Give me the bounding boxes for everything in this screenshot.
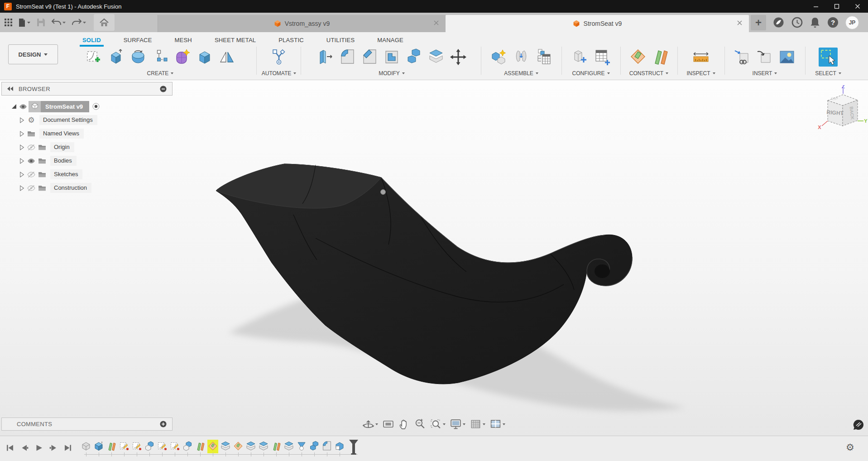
browser-item-named-views[interactable]: Named Views — [1, 127, 173, 140]
chevron-down-icon[interactable] — [503, 423, 505, 427]
view-cube[interactable]: TOP RIGHT BACK Z Y X — [814, 85, 868, 136]
ribbon-tab-solid[interactable]: SOLID — [82, 35, 102, 45]
timeline-feature-split-slab[interactable] — [220, 440, 231, 453]
visibility-eye-icon[interactable] — [18, 104, 29, 110]
combine-button[interactable] — [404, 47, 424, 67]
minimize-button[interactable] — [806, 0, 826, 13]
extensions-button[interactable] — [772, 16, 785, 29]
visibility-eye-icon[interactable] — [26, 158, 37, 164]
add-comment-icon[interactable] — [160, 421, 167, 427]
timeline-feature-two-boxes[interactable] — [182, 440, 193, 453]
timeline-feature-plane-pair[interactable] — [106, 440, 117, 453]
browser-item-construction[interactable]: Construction — [1, 181, 173, 195]
browser-header[interactable]: BROWSER — [1, 82, 173, 96]
fillet-button[interactable] — [337, 47, 357, 67]
zoom-window-button[interactable] — [429, 418, 446, 431]
measure-button[interactable] — [691, 47, 711, 67]
ribbon-tab-utilities[interactable]: UTILITIES — [326, 35, 355, 45]
file-menu-button[interactable] — [18, 18, 31, 27]
sweep-button[interactable] — [150, 47, 170, 67]
redo-button[interactable] — [72, 19, 86, 27]
timeline-feature-box-face[interactable] — [334, 440, 345, 453]
expand-arrow-icon[interactable] — [19, 117, 26, 123]
comments-bar[interactable]: COMMENTS — [1, 418, 173, 431]
tab-close-button[interactable] — [737, 20, 743, 26]
display-settings-button[interactable] — [449, 418, 466, 431]
timeline-position-marker[interactable] — [348, 439, 360, 455]
job-status-button[interactable] — [791, 16, 803, 29]
group-dropdown-insert[interactable]: INSERT — [753, 70, 777, 77]
box-primitive-button[interactable] — [195, 47, 215, 67]
timeline-feature-split-slab[interactable] — [245, 440, 256, 453]
joint-button[interactable] — [511, 47, 531, 67]
ribbon-tab-surface[interactable]: SURFACE — [123, 35, 153, 45]
group-dropdown-modify[interactable]: MODIFY — [379, 70, 405, 77]
workspace-selector[interactable]: DESIGN — [8, 44, 58, 64]
step-forward-button[interactable] — [48, 442, 59, 453]
app-grid-button[interactable] — [5, 19, 12, 26]
new-component-button[interactable] — [489, 47, 509, 67]
extrude-button[interactable] — [106, 47, 126, 67]
timeline-feature-fillet-corner[interactable] — [321, 440, 332, 453]
select-button[interactable] — [818, 47, 838, 67]
expand-arrow-icon[interactable] — [19, 185, 26, 191]
browser-item-document-settings[interactable]: ⚙Document Settings — [1, 113, 173, 127]
create-form-button[interactable] — [173, 47, 192, 67]
timeline-feature-split-slab[interactable] — [258, 440, 269, 453]
ribbon-tab-manage[interactable]: MANAGE — [376, 35, 404, 45]
group-dropdown-construct[interactable]: CONSTRUCT — [629, 70, 668, 77]
create-sketch-button[interactable] — [84, 47, 104, 67]
timeline-feature-plane-pair[interactable] — [195, 440, 206, 453]
revolve-button[interactable] — [128, 47, 148, 67]
expand-arrow-icon[interactable] — [11, 104, 18, 109]
document-tab-stromseat[interactable]: StromSeat v9 — [446, 15, 749, 32]
timeline-feature-sketch[interactable] — [157, 440, 168, 453]
bom-table-button[interactable] — [533, 47, 553, 67]
orbit-button[interactable] — [362, 418, 379, 431]
expand-arrow-icon[interactable] — [19, 172, 26, 178]
play-button[interactable] — [34, 442, 44, 453]
browser-item-sketches[interactable]: Sketches — [1, 168, 173, 181]
chamfer-button[interactable] — [360, 47, 379, 67]
browser-item-bodies[interactable]: Bodies — [1, 154, 173, 168]
viewports-button[interactable] — [489, 418, 506, 431]
notifications-button[interactable] — [810, 17, 820, 29]
chevron-down-icon[interactable] — [483, 423, 485, 427]
press-pull-button[interactable] — [315, 47, 335, 67]
document-tab-vstrom[interactable]: Vstrom_assy v9 — [158, 15, 446, 32]
timeline-feature-funnel[interactable] — [296, 440, 307, 453]
group-dropdown-select[interactable]: SELECT — [815, 70, 841, 77]
chevron-down-icon[interactable] — [375, 423, 378, 427]
split-body-button[interactable] — [426, 47, 446, 67]
group-dropdown-assemble[interactable]: ASSEMBLE — [504, 70, 538, 77]
skip-start-button[interactable] — [5, 442, 15, 453]
step-back-button[interactable] — [19, 442, 30, 453]
timeline-feature-blue-box[interactable] — [93, 440, 104, 453]
home-view-button[interactable] — [94, 14, 115, 31]
help-button[interactable]: ? — [827, 16, 839, 29]
timeline-feature-sketch[interactable] — [131, 440, 142, 453]
shell-button[interactable] — [382, 47, 402, 67]
expand-arrow-icon[interactable] — [19, 131, 26, 137]
timeline-feature-gray-box[interactable] — [81, 440, 91, 453]
expand-arrow-icon[interactable] — [19, 144, 26, 150]
plane-button[interactable] — [650, 47, 670, 67]
activate-component-radio[interactable] — [92, 103, 100, 110]
group-dropdown-configure[interactable]: CONFIGURE — [572, 70, 610, 77]
automate-button[interactable] — [269, 47, 289, 67]
feedback-bubble-icon[interactable] — [852, 419, 864, 431]
chevron-down-icon[interactable] — [463, 423, 465, 427]
group-dropdown-inspect[interactable]: INSPECT — [686, 70, 715, 77]
undo-button[interactable] — [51, 19, 66, 27]
move-copy-button[interactable] — [448, 47, 468, 67]
look-at-button[interactable] — [382, 418, 395, 431]
chevron-down-icon[interactable] — [443, 423, 446, 427]
visibility-eye-off-icon[interactable] — [26, 172, 37, 178]
timeline-feature-two-boxes[interactable] — [144, 440, 155, 453]
close-button[interactable] — [847, 0, 868, 13]
offset-plane-button[interactable] — [628, 47, 648, 67]
save-button[interactable] — [37, 18, 45, 27]
timeline-feature-combine-boxes[interactable] — [309, 440, 320, 453]
timeline-settings-gear-icon[interactable]: ⚙ — [846, 442, 854, 453]
zoom-button[interactable] — [413, 418, 427, 431]
